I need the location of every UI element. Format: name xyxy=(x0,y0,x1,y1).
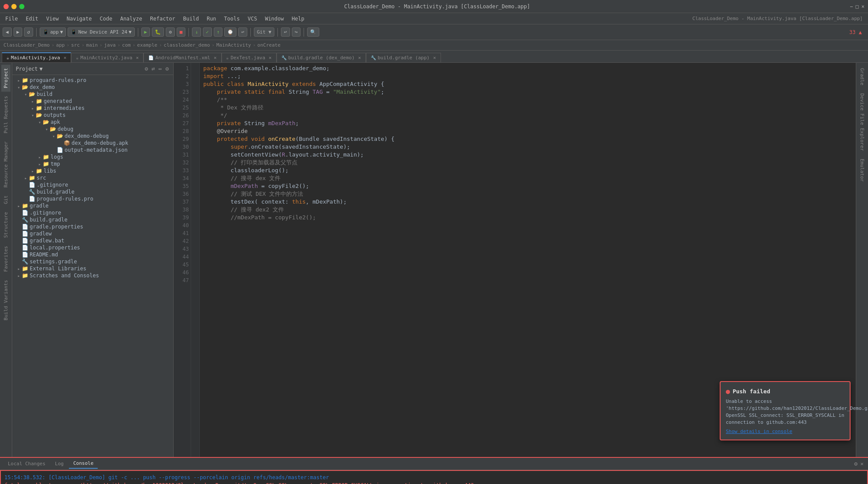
project-scroll-icon[interactable]: ↔ xyxy=(157,65,163,73)
bc-oncreate[interactable]: onCreate xyxy=(257,42,280,48)
menu-navigate[interactable]: Navigate xyxy=(63,15,96,23)
tree-item-0[interactable]: ▸📁proguard-rules.pro xyxy=(12,77,173,84)
sidebar-tab-structure[interactable]: Structure xyxy=(1,208,10,242)
sidebar-tab-resource-manager[interactable]: Resource Manager xyxy=(1,138,10,191)
tree-item-6[interactable]: ▾📂apk xyxy=(12,119,173,126)
tree-item-15[interactable]: 📄.gitignore xyxy=(12,181,173,188)
menu-code[interactable]: Code xyxy=(96,15,116,23)
tree-item-23[interactable]: 📄gradlew.bat xyxy=(12,237,173,244)
right-tab-emulator[interactable]: Emulator xyxy=(858,155,867,185)
forward-btn[interactable]: ▶ xyxy=(14,27,23,37)
device-dropdown[interactable]: 📱 New Device API 24 ▼ xyxy=(68,27,134,37)
tree-item-18[interactable]: ▸📁gradle xyxy=(12,202,173,209)
menu-build[interactable]: Build xyxy=(180,15,202,23)
sidebar-tab-git[interactable]: Git xyxy=(1,192,10,208)
sidebar-tab-pull-requests[interactable]: Pull Requests xyxy=(1,92,10,137)
bc-mainactivity[interactable]: MainActivity xyxy=(216,42,251,48)
tree-item-13[interactable]: ▸📁libs xyxy=(12,167,173,174)
project-gear-icon[interactable]: ⚙ xyxy=(164,65,170,73)
project-settings-icon[interactable]: ⚙ xyxy=(144,65,149,73)
tree-item-21[interactable]: 📄gradle.properties xyxy=(12,223,173,230)
bc-java[interactable]: java xyxy=(104,42,116,48)
close-icon[interactable]: × xyxy=(861,3,865,10)
tree-item-12[interactable]: ▸📁tmp xyxy=(12,160,173,167)
bc-com[interactable]: com xyxy=(122,42,131,48)
warning-indicator[interactable]: 33 ▲ xyxy=(849,29,862,35)
tree-item-11[interactable]: ▸📁logs xyxy=(12,153,173,160)
git-push-btn[interactable]: ↑ xyxy=(214,27,223,37)
bc-classloader-demo[interactable]: classloader_demo xyxy=(164,42,210,48)
tree-item-10[interactable]: 📄output-metadata.json xyxy=(12,147,173,153)
tree-item-4[interactable]: ▸📁intermediates xyxy=(12,105,173,112)
git-update-btn[interactable]: ↓ xyxy=(192,27,201,37)
menu-refactor[interactable]: Refactor xyxy=(147,15,179,23)
tab-mainactivity2[interactable]: ☕ MainActivity2.java × xyxy=(71,53,144,62)
git-dropdown[interactable]: Git ▼ xyxy=(254,27,274,37)
bc-main[interactable]: main xyxy=(86,42,98,48)
tree-item-27[interactable]: ▸📁External Libraries xyxy=(12,265,173,272)
sidebar-tab-project[interactable]: Project xyxy=(1,65,10,92)
bc-classloader[interactable]: ClassLoader_Demo xyxy=(3,42,50,48)
stop-btn[interactable]: ■ xyxy=(177,27,186,37)
tab-mainactivity[interactable]: ☕ MainActivity.java × xyxy=(2,52,71,62)
tree-item-17[interactable]: 📄proguard-rules.pro xyxy=(12,195,173,202)
bottom-panel-close-icon[interactable]: × xyxy=(859,460,865,468)
tree-item-25[interactable]: 📄README.md xyxy=(12,251,173,258)
tree-item-24[interactable]: 📄local.properties xyxy=(12,244,173,251)
tab-mainactivity-close[interactable]: × xyxy=(64,55,67,61)
bc-example[interactable]: example xyxy=(137,42,157,48)
minimize-window-btn[interactable] xyxy=(11,4,17,9)
tree-item-3[interactable]: ▸📁generated xyxy=(12,98,173,105)
tree-item-9[interactable]: 📦dex_demo-debug.apk xyxy=(12,140,173,147)
menu-help[interactable]: Help xyxy=(288,15,308,23)
tree-item-2[interactable]: ▾📂build xyxy=(12,91,173,98)
tree-item-8[interactable]: ▾📂dex_demo-debug xyxy=(12,133,173,140)
tree-item-14[interactable]: ▸📁src xyxy=(12,174,173,181)
tab-dextest[interactable]: ☕ DexTest.java × xyxy=(222,53,277,62)
menu-analyze[interactable]: Analyze xyxy=(116,15,146,23)
minimize-icon[interactable]: − xyxy=(850,3,853,10)
git-revert-btn[interactable]: ↩ xyxy=(238,27,247,37)
tree-item-1[interactable]: ▾📂dex_demo xyxy=(12,84,173,91)
bottom-tab-local-changes[interactable]: Local Changes xyxy=(3,459,50,468)
git-commit-btn[interactable]: ✓ xyxy=(203,27,212,37)
restore-icon[interactable]: □ xyxy=(856,3,859,10)
run-btn[interactable]: ▶ xyxy=(141,27,150,37)
tree-item-7[interactable]: ▾📂debug xyxy=(12,126,173,133)
tree-item-19[interactable]: 📄.gitignore xyxy=(12,209,173,216)
sidebar-tab-favorites[interactable]: Favorites xyxy=(1,242,10,276)
tree-item-22[interactable]: 📄gradlew xyxy=(12,230,173,237)
tree-item-16[interactable]: 🔧build.gradle xyxy=(12,188,173,195)
menu-edit[interactable]: Edit xyxy=(22,15,42,23)
tab-androidmanifest-close[interactable]: × xyxy=(214,55,217,61)
bottom-panel-settings-icon[interactable]: ⚙ xyxy=(853,460,858,468)
tab-dextest-close[interactable]: × xyxy=(269,55,272,61)
menu-window[interactable]: Window xyxy=(261,15,287,23)
undo-btn[interactable]: ↩ xyxy=(281,27,290,37)
tab-build-app[interactable]: 🔧 build.gradle (app) × xyxy=(366,53,441,62)
tab-build-dexdemo-close[interactable]: × xyxy=(358,55,361,61)
maximize-window-btn[interactable] xyxy=(19,4,24,9)
attach-debug-btn[interactable]: ⚙ xyxy=(166,27,175,37)
tree-item-26[interactable]: 🔧settings.gradle xyxy=(12,258,173,265)
tab-build-app-close[interactable]: × xyxy=(433,55,436,61)
right-tab-device-file-explorer[interactable]: Device File Explorer xyxy=(858,90,867,154)
show-details-link[interactable]: Show details in console xyxy=(726,429,844,434)
project-dropdown[interactable]: Project xyxy=(16,66,38,72)
redo-btn[interactable]: ↪ xyxy=(292,27,301,37)
tab-mainactivity2-close[interactable]: × xyxy=(136,55,139,61)
bottom-tab-log[interactable]: Log xyxy=(51,459,68,468)
tree-item-5[interactable]: ▾📂outputs xyxy=(12,112,173,119)
app-dropdown[interactable]: 📱 app ▼ xyxy=(40,27,66,37)
bottom-tab-console[interactable]: Console xyxy=(69,459,98,469)
tab-build-dexdemo[interactable]: 🔧 build.gradle (dex_demo) × xyxy=(277,53,366,62)
menu-vcs[interactable]: VCS xyxy=(244,15,261,23)
bc-app[interactable]: app xyxy=(56,42,65,48)
menu-view[interactable]: View xyxy=(43,15,62,23)
refresh-btn[interactable]: ↺ xyxy=(24,27,33,37)
right-tab-gradle[interactable]: Gradle xyxy=(858,65,867,89)
debug-btn[interactable]: 🐛 xyxy=(152,27,164,37)
project-sync-icon[interactable]: ⇄ xyxy=(151,65,156,73)
menu-run[interactable]: Run xyxy=(203,15,220,23)
search-btn[interactable]: 🔍 xyxy=(307,27,319,37)
